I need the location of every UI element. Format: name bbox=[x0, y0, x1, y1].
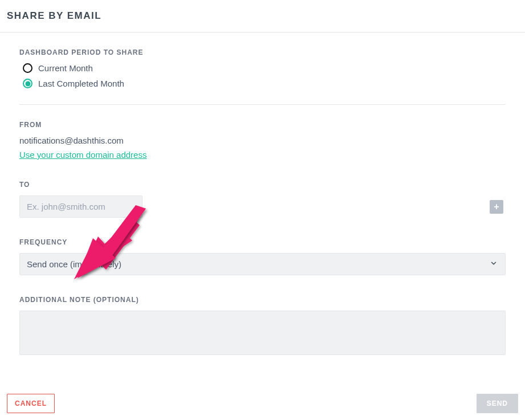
divider bbox=[19, 104, 506, 105]
radio-label: Current Month bbox=[38, 63, 93, 73]
radio-icon bbox=[23, 63, 32, 73]
custom-domain-link[interactable]: Use your custom domain address bbox=[19, 150, 146, 160]
period-section: DASHBOARD PERIOD TO SHARE Current Month … bbox=[19, 48, 506, 88]
period-radio-group: Current Month Last Completed Month bbox=[19, 63, 506, 88]
dialog-content: DASHBOARD PERIOD TO SHARE Current Month … bbox=[0, 32, 525, 357]
note-section: ADDITIONAL NOTE (OPTIONAL) bbox=[19, 296, 506, 357]
radio-current-month[interactable]: Current Month bbox=[23, 63, 506, 73]
dialog-footer: CANCEL SEND bbox=[0, 387, 525, 420]
note-label: ADDITIONAL NOTE (OPTIONAL) bbox=[19, 296, 506, 304]
dialog-title: SHARE BY EMAIL bbox=[7, 10, 518, 22]
send-button[interactable]: SEND bbox=[477, 394, 518, 413]
plus-icon: + bbox=[494, 202, 499, 211]
frequency-value: Send once (immediately) bbox=[27, 259, 121, 269]
frequency-label: FREQUENCY bbox=[19, 238, 506, 246]
period-label: DASHBOARD PERIOD TO SHARE bbox=[19, 48, 506, 56]
from-label: FROM bbox=[19, 121, 506, 129]
from-email-text: notifications@dashthis.com bbox=[19, 136, 506, 145]
to-label: TO bbox=[19, 181, 506, 189]
to-input-wrap: + bbox=[19, 195, 506, 218]
to-section: TO + bbox=[19, 181, 506, 218]
note-textarea[interactable] bbox=[19, 311, 506, 355]
dialog-header: SHARE BY EMAIL bbox=[0, 0, 525, 32]
radio-icon-selected bbox=[23, 79, 32, 88]
frequency-select[interactable]: Send once (immediately) bbox=[19, 253, 506, 275]
to-email-input[interactable] bbox=[19, 195, 143, 218]
frequency-section: FREQUENCY Send once (immediately) bbox=[19, 238, 506, 275]
cancel-button[interactable]: CANCEL bbox=[7, 394, 55, 413]
frequency-select-wrap: Send once (immediately) bbox=[19, 253, 506, 275]
add-recipient-button[interactable]: + bbox=[490, 200, 503, 214]
radio-label: Last Completed Month bbox=[38, 79, 124, 88]
radio-last-completed-month[interactable]: Last Completed Month bbox=[23, 79, 506, 88]
from-section: FROM notifications@dashthis.com Use your… bbox=[19, 121, 506, 160]
